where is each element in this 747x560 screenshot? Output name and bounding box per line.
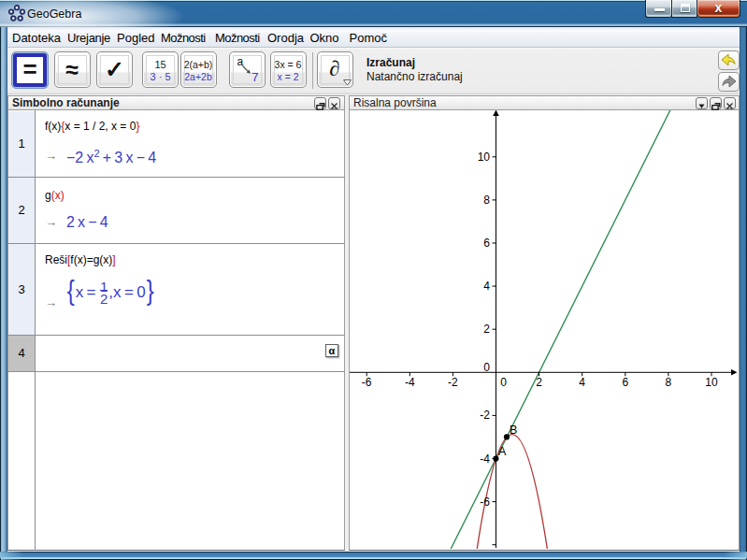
svg-text:6: 6 bbox=[622, 376, 628, 389]
svg-text:-6: -6 bbox=[480, 495, 490, 509]
svg-text:2: 2 bbox=[536, 376, 542, 389]
svg-text:-2: -2 bbox=[448, 376, 458, 389]
svg-text:A: A bbox=[498, 445, 507, 458]
svg-text:8: 8 bbox=[666, 376, 672, 389]
svg-text:B: B bbox=[510, 424, 517, 437]
svg-text:-4: -4 bbox=[405, 376, 415, 389]
svg-text:-2: -2 bbox=[480, 409, 490, 422]
svg-text:0: 0 bbox=[483, 361, 490, 374]
svg-text:2: 2 bbox=[483, 323, 490, 336]
svg-text:0: 0 bbox=[500, 376, 507, 389]
svg-text:4: 4 bbox=[579, 376, 585, 389]
svg-text:4: 4 bbox=[483, 280, 490, 293]
svg-text:10: 10 bbox=[705, 376, 718, 389]
svg-text:8: 8 bbox=[483, 194, 490, 207]
svg-text:6: 6 bbox=[483, 237, 490, 250]
svg-text:-4: -4 bbox=[480, 452, 490, 466]
svg-text:10: 10 bbox=[478, 151, 491, 164]
svg-text:-6: -6 bbox=[362, 376, 372, 389]
